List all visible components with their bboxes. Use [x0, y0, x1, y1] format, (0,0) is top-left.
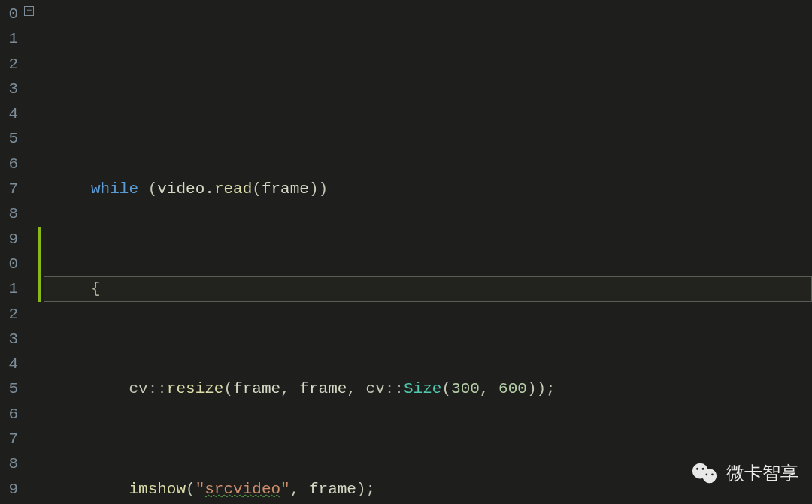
line-number: 6 [0, 152, 18, 177]
fold-guide-line [29, 16, 29, 504]
line-number: 8 [0, 451, 18, 476]
line-number: 4 [0, 101, 18, 126]
identifier: frame [299, 380, 347, 397]
line-number: 3 [0, 327, 18, 352]
line-number: 1 [0, 276, 18, 301]
keyword: while [91, 180, 138, 198]
function-call: read [214, 180, 252, 198]
line-number-gutter: 0 1 2 3 4 5 6 7 8 9 0 1 2 3 4 5 6 7 8 9 [0, 0, 23, 504]
line-number: 7 [0, 177, 18, 201]
indent-guide [56, 0, 56, 504]
fold-toggle-icon[interactable]: − [24, 6, 34, 16]
line-number: 8 [0, 201, 18, 226]
identifier: frame [262, 180, 309, 198]
code-editor[interactable]: 0 1 2 3 4 5 6 7 8 9 0 1 2 3 4 5 6 7 8 9 … [0, 0, 812, 504]
function-call: imshow [129, 481, 186, 498]
line-number: 4 [0, 352, 18, 376]
line-number: 6 [0, 402, 18, 427]
namespace: cv [129, 380, 147, 397]
line-number: 9 [0, 477, 18, 502]
change-marker-column [36, 0, 44, 504]
fold-column: − [23, 0, 36, 504]
line-number: 0 [0, 252, 18, 276]
identifier: frame [233, 380, 280, 397]
line-number: 5 [0, 376, 18, 401]
code-area[interactable]: while (video.read(frame)) { cv::resize(f… [44, 0, 812, 504]
code-line: { [44, 276, 812, 301]
line-number: 5 [0, 126, 18, 151]
number-literal: 600 [498, 380, 527, 397]
function-call: resize [167, 380, 224, 397]
line-number: 1 [0, 26, 18, 51]
identifier: video [157, 180, 205, 198]
line-number: 2 [0, 52, 18, 77]
brace: { [91, 280, 101, 297]
number-literal: 300 [451, 380, 480, 397]
line-number: 7 [0, 427, 18, 451]
code-line: imshow("srcvideo", frame); [44, 477, 812, 502]
code-line: cv::resize(frame, frame, cv::Size(300, 6… [44, 376, 812, 401]
spell-warning: srcvideo [205, 481, 280, 498]
line-number: 3 [0, 77, 18, 101]
code-line: while (video.read(frame)) [44, 177, 812, 201]
line-number: 9 [0, 227, 18, 252]
type: Size [404, 380, 441, 397]
line-number: 2 [0, 302, 18, 327]
string-literal: "srcvideo" [195, 481, 290, 498]
identifier: frame [309, 481, 356, 498]
namespace: cv [366, 380, 385, 397]
change-marker [38, 227, 41, 302]
line-number: 0 [0, 2, 18, 26]
